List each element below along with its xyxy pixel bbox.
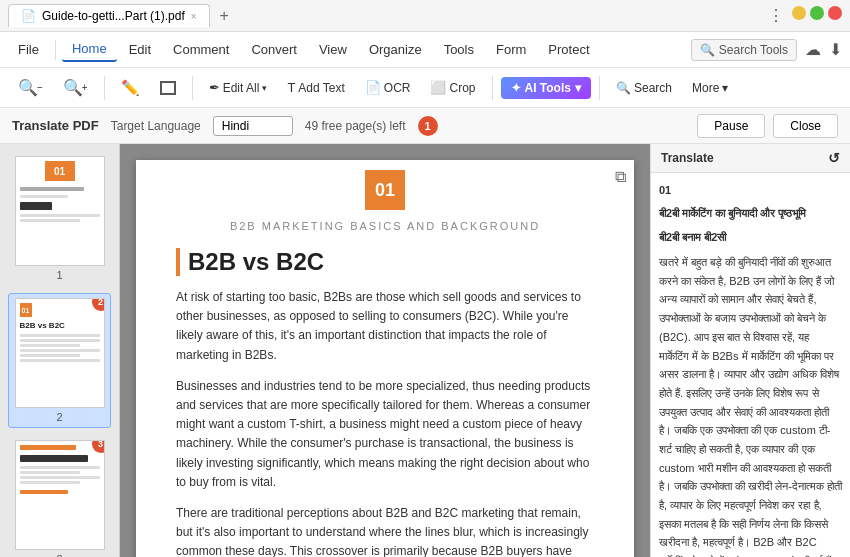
thumb-logo-block <box>20 202 52 210</box>
step-badge-1: 1 <box>418 116 438 136</box>
thumb-line-3 <box>20 219 80 222</box>
toolbar: 🔍 − 🔍 + ✏️ ✒ Edit All ▾ T Add Text 📄 OCR… <box>0 68 850 108</box>
tab-close-icon[interactable]: × <box>191 11 197 22</box>
maximize-button[interactable] <box>810 6 824 20</box>
cloud-download-icon[interactable]: ⬇ <box>829 40 842 59</box>
edit-all-button[interactable]: ✒ Edit All ▾ <box>201 76 276 99</box>
menu-separator <box>55 40 56 60</box>
close-button[interactable] <box>828 6 842 20</box>
chapter-title: B2B MARKETING BASICS AND BACKGROUND <box>176 220 594 232</box>
menu-comment[interactable]: Comment <box>163 38 239 61</box>
menu-right: 🔍 Search Tools ☁ ⬇ <box>691 39 842 61</box>
pages-left-label: 49 free page(s) left <box>305 119 406 133</box>
menu-home[interactable]: Home <box>62 37 117 62</box>
add-text-icon: T <box>287 80 295 95</box>
toolbar-separator-4 <box>599 76 600 100</box>
toolbar-separator-1 <box>104 76 105 100</box>
menu-form[interactable]: Form <box>486 38 536 61</box>
crop-button[interactable]: ⬜ Crop <box>422 76 483 99</box>
thumb-page-num-3: 3 <box>56 553 62 557</box>
thumb-image-1: 01 <box>15 156 105 266</box>
search-tools-icon: 🔍 <box>700 43 715 57</box>
thumb-line-5 <box>20 339 100 342</box>
rect-icon <box>160 81 176 95</box>
more-dropdown-icon: ▾ <box>722 81 728 95</box>
copy-icon[interactable]: ⧉ <box>615 168 626 186</box>
thumb-content-2: 01 B2B vs B2C <box>16 299 104 407</box>
search-label: Search <box>634 81 672 95</box>
menu-convert[interactable]: Convert <box>241 38 307 61</box>
pause-button[interactable]: Pause <box>697 114 765 138</box>
zoom-in-icon: 🔍 <box>63 78 83 97</box>
more-label: More <box>692 81 719 95</box>
thumb-image-2: 2 01 B2B vs B2C <box>15 298 105 408</box>
trans-heading-1: बी2बी मार्केटिंग का बुनियादी और पृष्ठभूम… <box>659 204 842 223</box>
ai-tools-dropdown-icon: ▾ <box>575 81 581 95</box>
toolbar-separator-2 <box>192 76 193 100</box>
window-controls: ⋮ <box>768 6 842 25</box>
ocr-icon: 📄 <box>365 80 381 95</box>
menu-file[interactable]: File <box>8 38 49 61</box>
target-language-label: Target Language <box>111 119 201 133</box>
pdf-content-area[interactable]: ⧉ 01 B2B MARKETING BASICS AND BACKGROUND… <box>120 144 650 557</box>
thumb-page-marker: 01 <box>20 303 32 317</box>
minimize-button[interactable] <box>792 6 806 20</box>
thumb-line-6 <box>20 344 80 347</box>
title-bar: 📄 Guide-to-getti...Part (1).pdf × + ⋮ <box>0 0 850 32</box>
translation-panel-refresh-icon[interactable]: ↺ <box>828 150 840 166</box>
thumbnail-page-1[interactable]: 01 1 <box>8 152 111 285</box>
thumbnail-page-3[interactable]: 3 3 <box>8 436 111 557</box>
thumbnail-page-2[interactable]: 2 01 B2B vs B2C 2 <box>8 293 111 428</box>
active-tab[interactable]: 📄 Guide-to-getti...Part (1).pdf × <box>8 4 210 27</box>
zoom-out-minus: − <box>37 82 43 93</box>
translate-close-button[interactable]: Close <box>773 114 838 138</box>
edit-all-icon: ✒ <box>209 80 220 95</box>
ai-star-icon: ✦ <box>511 81 521 95</box>
search-tools-label: Search Tools <box>719 43 788 57</box>
trans-body-text: खतरे में बहुत बड़े की बुनियादी नींवों की… <box>659 253 842 557</box>
more-button[interactable]: More ▾ <box>684 77 736 99</box>
translation-panel-body: 01 बी2बी मार्केटिंग का बुनियादी और पृष्ठ… <box>651 173 850 557</box>
search-button[interactable]: 🔍 Search <box>608 77 680 99</box>
thumb-bottom-bar <box>20 490 68 494</box>
pdf-icon: 📄 <box>21 9 36 23</box>
ocr-button[interactable]: 📄 OCR <box>357 76 419 99</box>
search-icon: 🔍 <box>616 81 631 95</box>
thumb-line-12 <box>20 476 100 479</box>
cloud-upload-icon[interactable]: ☁ <box>805 40 821 59</box>
pdf-page: ⧉ 01 B2B MARKETING BASICS AND BACKGROUND… <box>136 160 634 557</box>
thumb-line-7 <box>20 349 100 352</box>
draw-button[interactable]: ✏️ <box>113 75 148 101</box>
paragraph-2: Businesses and industries tend to be mor… <box>176 377 594 492</box>
thumb-line-2 <box>20 214 100 217</box>
ocr-label: OCR <box>384 81 411 95</box>
translate-pdf-label: Translate PDF <box>12 118 99 133</box>
menu-tools[interactable]: Tools <box>434 38 484 61</box>
menu-view[interactable]: View <box>309 38 357 61</box>
thumb-line-1 <box>20 195 68 198</box>
thumb-line-13 <box>20 481 80 484</box>
zoom-in-button[interactable]: 🔍 + <box>55 74 96 101</box>
main-area: 01 1 2 01 B2B vs B2C <box>0 144 850 557</box>
thumb-page-num-1: 1 <box>56 269 62 281</box>
menu-organize[interactable]: Organize <box>359 38 432 61</box>
rect-button[interactable] <box>152 77 184 99</box>
menu-protect[interactable]: Protect <box>538 38 599 61</box>
thumb-image-3: 3 <box>15 440 105 550</box>
menu-edit[interactable]: Edit <box>119 38 161 61</box>
ai-tools-button[interactable]: ✦ AI Tools ▾ <box>501 77 591 99</box>
edit-all-dropdown-icon: ▾ <box>262 83 267 93</box>
translation-panel-header: Translate ↺ <box>651 144 850 173</box>
thumb-orange-bar <box>20 445 76 450</box>
search-tools-button[interactable]: 🔍 Search Tools <box>691 39 797 61</box>
menu-bar: File Home Edit Comment Convert View Orga… <box>0 32 850 68</box>
new-tab-button[interactable]: + <box>216 7 233 25</box>
thumb-content-1: 01 <box>16 157 104 265</box>
thumb-dark-heading <box>20 455 88 462</box>
add-text-button[interactable]: T Add Text <box>279 76 352 99</box>
section-title: B2B vs B2C <box>176 248 594 276</box>
target-language-input[interactable] <box>213 116 293 136</box>
zoom-out-button[interactable]: 🔍 − <box>10 74 51 101</box>
thumb-page-num-2: 2 <box>56 411 62 423</box>
thumb-content-3 <box>16 441 104 549</box>
